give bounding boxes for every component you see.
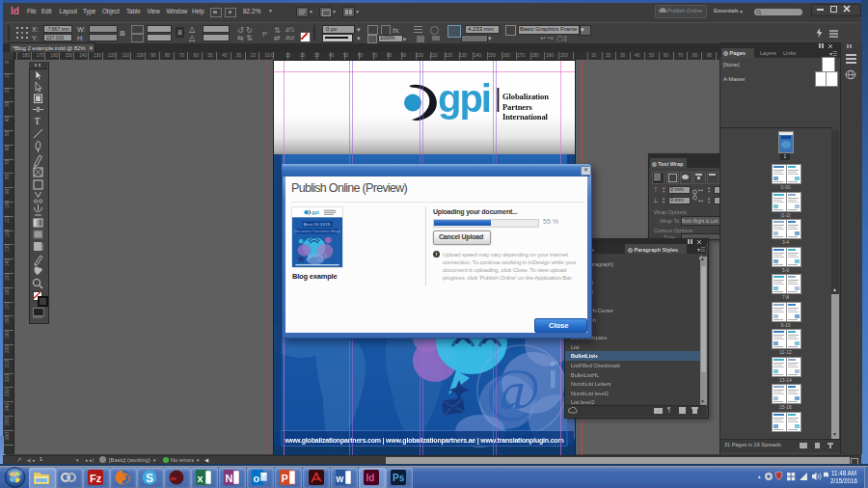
svg-text:International: International <box>502 112 549 122</box>
svg-text:∞: ∞ <box>171 474 177 483</box>
svg-text:gpi: gpi <box>312 210 319 215</box>
svg-text:N: N <box>226 473 233 484</box>
svg-text:w: w <box>336 474 344 484</box>
svg-text:www.globalizationpartners.com: www.globalizationpartners.com | www.glob… <box>285 437 564 445</box>
svg-text:@: @ <box>485 356 540 421</box>
svg-text:Document Translation Blogs: Document Translation Blogs <box>294 230 340 233</box>
svg-text:T: T <box>35 116 41 126</box>
svg-text:gpi: gpi <box>438 77 490 120</box>
svg-text:Partners: Partners <box>502 102 533 112</box>
svg-text:Ps: Ps <box>393 473 405 483</box>
svg-text:o: o <box>254 473 260 484</box>
svg-text:P: P <box>282 473 288 484</box>
svg-text:@: @ <box>316 250 327 262</box>
svg-text:Globalization: Globalization <box>502 92 549 101</box>
svg-text:Fz: Fz <box>90 473 102 484</box>
svg-text:S: S <box>146 472 153 485</box>
svg-text:x: x <box>198 473 204 484</box>
svg-text:Best Of 2015:: Best Of 2015: <box>304 222 332 227</box>
svg-text:Id: Id <box>366 473 375 483</box>
